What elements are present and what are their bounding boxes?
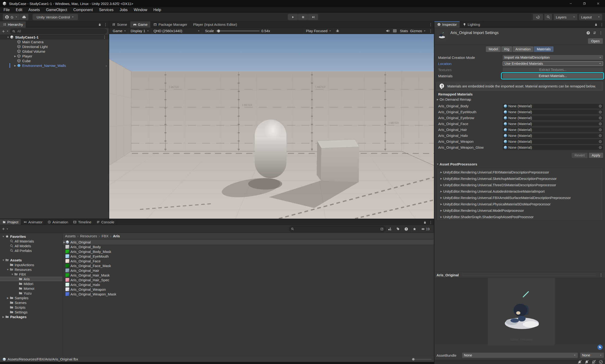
asset-aris-original-halo[interactable]: Aris_Original_Halo xyxy=(63,282,434,287)
favorites-filter-button[interactable] xyxy=(410,226,419,232)
tab-scene[interactable]: Scene xyxy=(109,21,130,28)
project-tree-midori[interactable]: Midori xyxy=(0,281,62,286)
foldout-arrow-icon[interactable]: ▼ xyxy=(6,268,10,271)
layers-dropdown[interactable]: Layers xyxy=(554,14,577,20)
tab-timeline[interactable]: Timeline xyxy=(71,219,94,225)
context-menu-icon[interactable]: ⋮ xyxy=(599,31,603,35)
foldout-arrow-icon[interactable]: ▼ xyxy=(6,36,10,39)
asset-aris-original-hair-spec[interactable]: Aris_Original_Hair_Spec xyxy=(63,277,434,282)
project-tree-all-models[interactable]: All Models xyxy=(0,244,62,248)
panel-menu-icon[interactable]: ⋮ xyxy=(104,23,107,27)
layout-dropdown[interactable]: Layout xyxy=(579,14,602,20)
create-add-icon[interactable] xyxy=(2,30,5,33)
tab-game[interactable]: Game xyxy=(130,21,151,28)
foldout-arrow-icon[interactable]: ▶ xyxy=(439,209,443,212)
menu-edit[interactable]: Edit xyxy=(13,7,26,13)
auto-refresh-disabled-icon[interactable] xyxy=(592,360,596,364)
tab-player-input-actions-editor[interactable]: Player (Input Actions Editor) xyxy=(190,21,240,28)
stats-toggle[interactable]: Stats xyxy=(400,29,408,33)
play-focused-dropdown[interactable]: Play Focused xyxy=(304,28,334,34)
material-object-field[interactable]: None (Material) xyxy=(503,145,603,150)
menu-file[interactable]: File xyxy=(0,7,13,13)
foldout-arrow-icon[interactable]: ▶ xyxy=(13,55,17,57)
prefab-open-chevron[interactable]: › xyxy=(106,64,107,68)
foldout-arrow-icon[interactable]: ▶ xyxy=(439,171,443,173)
project-tree-inputactions[interactable]: InputActions xyxy=(0,262,62,267)
foldout-arrow-icon[interactable]: ▶ xyxy=(6,297,10,299)
tab-project[interactable]: Project xyxy=(0,219,21,225)
tab-hierarchy[interactable]: Hierarchy xyxy=(0,21,26,28)
debug-bug-icon[interactable] xyxy=(335,29,340,33)
hierarchy-item-player[interactable]: ▶Player xyxy=(0,54,109,58)
postprocessor-row[interactable]: ▶UnityEditor.Rendering.Universal.Sketchu… xyxy=(437,175,603,182)
tab-lighting[interactable]: Lighting xyxy=(460,21,483,28)
gizmos-dropdown[interactable]: Gizmos xyxy=(408,28,428,34)
display-target-dropdown[interactable]: Game xyxy=(111,28,129,34)
project-tree-all-prefabs[interactable]: All Prefabs xyxy=(0,248,62,253)
tab-package-manager[interactable]: Package Manager xyxy=(151,21,190,28)
apply-button[interactable]: Apply xyxy=(589,153,603,158)
account-button[interactable]: G xyxy=(3,14,20,20)
mode-tab-materials[interactable]: Materials xyxy=(534,46,554,52)
project-tree-resources[interactable]: ▼Resources xyxy=(0,267,62,272)
menu-help[interactable]: Help xyxy=(150,7,164,13)
hierarchy-item-cube[interactable]: Cube xyxy=(0,58,109,63)
hierarchy-search-field[interactable] xyxy=(17,29,105,33)
cloud-button[interactable] xyxy=(20,14,28,20)
postprocessor-row[interactable]: ▶UnityEditor.Rendering.Universal.ThreeDS… xyxy=(437,182,603,188)
open-button[interactable]: Open xyxy=(588,38,603,44)
hierarchy-item-global-volume[interactable]: Global Volume xyxy=(0,49,109,54)
notifications-disabled-icon[interactable] xyxy=(585,360,589,364)
asset-preview[interactable]: Static Preview xyxy=(434,278,605,346)
hierarchy-search-input[interactable] xyxy=(10,29,107,34)
undo-history-button[interactable] xyxy=(533,14,543,20)
foldout-arrow-icon[interactable]: ▶ xyxy=(439,196,443,199)
asset-aris-original-eyemouth[interactable]: Aris_Original_EyeMouth xyxy=(63,254,434,259)
project-tree-all-materials[interactable]: All Materials xyxy=(0,239,62,244)
menu-jobs[interactable]: Jobs xyxy=(116,7,131,13)
mode-tab-model[interactable]: Model xyxy=(486,46,501,52)
foldout-arrow-icon[interactable]: ▶ xyxy=(439,177,443,180)
foldout-arrow-icon[interactable]: ▶ xyxy=(439,216,443,218)
resolution-dropdown[interactable]: QHD (2560x1440) xyxy=(152,28,202,34)
vsync-icon[interactable] xyxy=(393,29,397,33)
asset-aris-original-face[interactable]: Aris_Original_Face xyxy=(63,259,434,263)
project-tree-momoi[interactable]: Momoi xyxy=(0,286,62,291)
debugger-disabled-icon[interactable] xyxy=(578,360,582,364)
lock-icon[interactable] xyxy=(98,23,101,26)
asset-labels-button[interactable] xyxy=(597,345,603,350)
on-demand-remap-foldout[interactable]: ▶ On Demand Remap xyxy=(436,97,471,101)
extract-materials-button[interactable]: Extract Materials... xyxy=(503,74,603,78)
tab-console[interactable]: Console xyxy=(94,219,117,225)
panel-menu-icon[interactable]: ⋮ xyxy=(429,220,433,224)
display-dropdown[interactable]: Display 1 xyxy=(129,28,152,34)
material-object-field[interactable]: None (Material) xyxy=(503,121,603,126)
hierarchy-item-environment-narrow-walls[interactable]: ▶Environment_Narrow_Walls› xyxy=(0,63,109,68)
import-warnings-button[interactable] xyxy=(402,226,410,232)
asset-aris-original-hair[interactable]: Aris_Original_Hair xyxy=(63,268,434,273)
postprocessor-row[interactable]: ▶UnityEditor.ShaderGraph.ShaderGraphAsse… xyxy=(437,214,603,220)
breadcrumb-assets[interactable]: Assets xyxy=(65,234,76,238)
presets-icon[interactable] xyxy=(593,31,596,35)
assetbundle-dropdown[interactable]: None xyxy=(462,353,578,358)
foldout-arrow-icon[interactable]: ▶ xyxy=(439,203,443,205)
postprocessor-row[interactable]: ▶UnityEditor.Rendering.Universal.Physica… xyxy=(437,201,603,207)
preview-resize-handle[interactable] xyxy=(462,274,596,276)
play-button[interactable] xyxy=(288,14,298,20)
hidden-items-button[interactable]: 19 xyxy=(419,226,432,232)
foldout-arrow-icon[interactable]: ▶ xyxy=(13,64,17,67)
foldout-arrow-icon[interactable]: ▼ xyxy=(1,259,5,261)
project-tree-scripts[interactable]: Scripts xyxy=(0,305,62,310)
foldout-arrow-icon[interactable]: ▶ xyxy=(439,190,443,193)
search-by-type-button[interactable] xyxy=(386,226,394,232)
project-tree-samples[interactable]: ▶Samples xyxy=(0,296,62,300)
hierarchy-item-main-camera[interactable]: Main Camera xyxy=(0,39,109,44)
scene-menu-icon[interactable]: ⋮ xyxy=(103,35,106,39)
foldout-arrow-icon[interactable]: ▼ xyxy=(1,235,5,238)
project-tree-packages[interactable]: ▶Packages xyxy=(0,314,62,319)
project-tree-favorites[interactable]: ▼Favorites xyxy=(0,234,62,239)
thumbnail-zoom-slider[interactable] xyxy=(412,356,432,362)
foldout-arrow-icon[interactable]: ▶ xyxy=(63,241,65,244)
postprocessor-row[interactable]: ▶UnityEditor.Rendering.Universal.Autodes… xyxy=(437,188,603,195)
project-tree-aris[interactable]: Aris xyxy=(0,276,62,281)
